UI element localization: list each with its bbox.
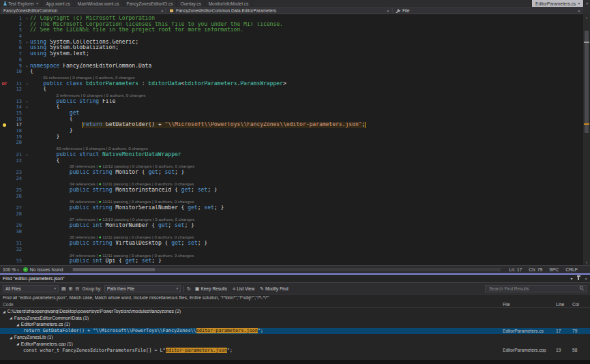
column-code[interactable]: Code (0, 302, 503, 307)
find-result-group-row[interactable]: ◢FancyZonesLib (1) (0, 334, 590, 341)
tree-expander-icon[interactable]: ◢ (10, 316, 12, 320)
eol-indicator[interactable]: CRLF (565, 267, 578, 272)
tab-list-icon[interactable]: ▾ (584, 0, 590, 7)
list-view-button[interactable]: ≡ List View (231, 286, 256, 291)
horizontal-scrollbar-thumb[interactable] (73, 268, 155, 271)
code-text[interactable]: { (57, 104, 60, 110)
document-tab[interactable]: Overlay.cs (177, 0, 205, 7)
code-row: 20 (0, 140, 583, 146)
code-text[interactable]: using System.Collections.Generic; (30, 40, 138, 46)
close-icon[interactable]: × (36, 1, 39, 5)
code-text[interactable]: public string MonitorInstanceId { get; s… (70, 187, 218, 194)
test-indicator[interactable]: RT (2, 81, 7, 87)
codelens-text[interactable]: 60 references | 0 changes | 0 authors, 0… (57, 146, 148, 152)
codelens-text[interactable]: 34 references | ● 11/11 passing | 0 chan… (70, 253, 194, 259)
code-text[interactable]: public int Dpi { get; set; } (70, 258, 162, 264)
find-result-match-row[interactable]: return GetDataFolder() + "\\Microsoft\\P… (0, 328, 590, 335)
document-tab[interactable]: MainWindow.xaml.cs (74, 0, 123, 7)
lightbulb-icon[interactable] (3, 123, 6, 127)
group-by-dropdown[interactable]: Path then File ▾ (104, 285, 181, 292)
find-result-match-row[interactable]: const wchar_t FancyZonesEditorParameters… (0, 347, 590, 354)
member-dropdown[interactable]: File ▾ (392, 7, 582, 14)
find-result-group-row[interactable]: ◢EditorParameters.cpp (1) (0, 341, 590, 348)
code-text[interactable]: public int MonitorNumber { get; set; } (70, 223, 194, 229)
tree-expander-icon[interactable]: ◢ (16, 322, 19, 327)
window-menu-icon[interactable]: ▾ (570, 276, 572, 281)
code-text[interactable]: public string Monitor { get; set; } (70, 170, 185, 176)
codelens-text[interactable]: 37 references | ● 13/13 passing | 0 chan… (70, 217, 194, 223)
zoom-control[interactable]: 100 % ▾ (3, 267, 19, 272)
fold-chevron-icon[interactable]: ▾ (24, 16, 30, 22)
document-tab[interactable]: App.xaml.cs (42, 0, 74, 7)
project-dropdown[interactable]: FancyZonesEditorCommon ▾ (1, 7, 166, 14)
indent-mode-indicator[interactable]: SPC (549, 267, 559, 272)
fold-chevron-icon[interactable]: ▾ (24, 104, 30, 110)
search-input[interactable] (488, 286, 578, 292)
refresh-icon[interactable]: ↻ (187, 286, 191, 291)
fold-chevron-icon[interactable]: ▾ (24, 81, 30, 87)
code-text[interactable]: // See the LICENSE file in the project r… (30, 27, 244, 33)
column-line[interactable]: Line (556, 302, 572, 307)
search-results-box[interactable] (485, 285, 587, 292)
code-text[interactable]: // The Microsoft Corporation licenses th… (30, 22, 283, 28)
document-tab[interactable]: EditorParameters.cs× (532, 0, 584, 7)
document-health-indicator[interactable]: ✓ No issues found (23, 267, 63, 272)
tree-expander-icon[interactable]: ◢ (16, 342, 19, 346)
code-text[interactable]: { (70, 117, 73, 123)
column-col[interactable]: Col (572, 302, 590, 307)
code-editor[interactable]: 1▾// Copyright (c) Microsoft Corporation… (0, 14, 590, 265)
code-text[interactable]: get (70, 110, 79, 117)
fold-chevron-icon[interactable]: ▾ (24, 63, 30, 70)
tree-expander-icon[interactable]: ◢ (3, 309, 5, 314)
close-icon[interactable]: × (578, 1, 580, 5)
code-text[interactable]: public struct NativeMonitorDataWrapper (57, 152, 181, 158)
find-result-group-row[interactable]: ◢EditorParameters.cs (1) (0, 321, 590, 328)
copy-icon[interactable]: ▤ (61, 286, 66, 291)
pin-icon[interactable] (578, 277, 579, 280)
find-result-group-row[interactable]: ◢C:\Users\zhaopengwang\Desktop\powertoys… (0, 308, 590, 315)
codelens-text[interactable]: 38 references | ● 12/12 passing | 0 chan… (70, 164, 194, 170)
code-text[interactable]: using System.Globalization; (30, 45, 119, 51)
expand-all-icon[interactable]: ⊞ (69, 286, 73, 291)
codelens-text[interactable]: 91 references | 0 changes | 0 authors, 0… (43, 75, 134, 81)
codelens-text[interactable]: 35 references | ● 11/11 passing | 0 chan… (70, 199, 194, 205)
code-text[interactable]: } (57, 134, 60, 140)
document-tab[interactable]: Test Explorer× (0, 0, 42, 7)
fold-chevron-icon[interactable]: ▾ (24, 40, 30, 46)
tree-expander-icon[interactable]: ◢ (10, 335, 12, 339)
code-text[interactable]: { (43, 87, 46, 93)
code-text[interactable]: public string File (57, 99, 116, 105)
document-tab[interactable]: FancyZonesEditorIO.cs (123, 0, 177, 7)
code-text[interactable]: public string MonitorSerialNumber { get;… (70, 205, 224, 211)
codelens-text[interactable]: 34 references | ● 11/11 passing | 0 chan… (70, 181, 194, 187)
scroll-up-icon[interactable]: ▴ (583, 14, 590, 20)
type-dropdown[interactable]: FancyZonesEditorCommon.Data.EditorParame… (166, 7, 392, 14)
find-result-group-row[interactable]: ◢FancyZonesEditorCommon\Data (1) (0, 315, 590, 322)
scope-dropdown[interactable]: All Files ▾ (3, 285, 59, 292)
close-icon[interactable]: × (585, 277, 587, 281)
fold-chevron-icon[interactable]: ▾ (24, 152, 30, 158)
codelens-text[interactable]: 2 references | 0 changes | 0 authors, 0 … (57, 93, 146, 99)
code-text[interactable]: { (57, 158, 60, 164)
code-text[interactable]: using System.Text; (30, 51, 89, 57)
vertical-scrollbar[interactable]: ▴ ▾ (583, 14, 590, 265)
code-text[interactable]: public string VirtualDesktop { get; set;… (70, 241, 207, 247)
keep-results-button[interactable]: ▣ Keep Results (194, 286, 228, 291)
code-row: 21▾public struct NativeMonitorDataWrappe… (0, 152, 583, 158)
column-file[interactable]: File (503, 302, 556, 307)
fold-chevron-icon[interactable]: ▾ (24, 99, 30, 105)
collapse-all-icon[interactable]: ⊟ (76, 286, 80, 291)
code-row: 30 (0, 229, 583, 235)
codelens-text[interactable]: 36 references | ● 11/11 passing | 0 chan… (70, 234, 194, 241)
code-text[interactable]: } (70, 128, 73, 134)
modify-find-button[interactable]: ✎ Modify Find (259, 286, 289, 291)
code-text[interactable]: return GetDataFolder() + "\\Microsoft\\P… (83, 122, 365, 128)
scrollbar-thumb[interactable] (585, 31, 589, 133)
scroll-down-icon[interactable]: ▾ (583, 260, 590, 265)
document-tab[interactable]: MonitorInfoModel.cs (205, 0, 253, 7)
code-text[interactable]: namespace FancyZonesEditorCommon.Data (30, 63, 151, 70)
horizontal-scrollbar[interactable] (72, 268, 501, 271)
code-text[interactable]: // Copyright (c) Microsoft Corporation (30, 16, 155, 22)
code-text[interactable]: { (30, 69, 33, 75)
code-text[interactable]: public class EditorParameters : EditorDa… (43, 81, 286, 87)
